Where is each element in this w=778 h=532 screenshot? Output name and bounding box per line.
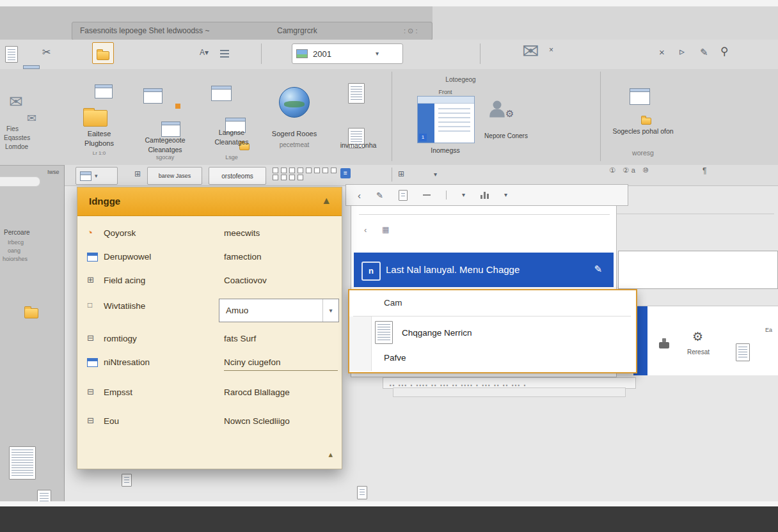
- back-icon[interactable]: ‹: [364, 226, 367, 234]
- grid-icon[interactable]: ⊞: [134, 170, 141, 178]
- panel-header[interactable]: Idngge ▲: [77, 187, 342, 216]
- document-preview-icon[interactable]: [9, 446, 36, 480]
- document-list-icon[interactable]: [736, 343, 750, 361]
- checkbox[interactable]: [289, 168, 295, 173]
- tab-side-label[interactable]: Iwse: [47, 169, 60, 175]
- mail-icon[interactable]: ✉: [27, 113, 36, 124]
- panel-option-label[interactable]: Derupwowel: [104, 252, 151, 262]
- caret-down-icon[interactable]: ▾: [376, 51, 379, 57]
- panel-row[interactable]: ⊟ Empsst Rarocd Blallagge: [77, 386, 341, 402]
- grid-icon[interactable]: ⊞: [398, 170, 404, 178]
- ribbon-group-label: invmaconha: [329, 141, 388, 150]
- panel-option-value[interactable]: meecwits: [224, 228, 260, 238]
- panel-row[interactable]: Derupwowel famection: [77, 250, 341, 267]
- blue-app-icon[interactable]: ≡: [340, 168, 351, 178]
- sort-icon[interactable]: A▾: [200, 49, 209, 56]
- checkbox[interactable]: [331, 168, 337, 173]
- reset-label[interactable]: Reresat: [687, 348, 710, 356]
- text-input-box[interactable]: [618, 251, 778, 289]
- panel-option-label[interactable]: romtiogy: [104, 334, 137, 343]
- layout-preview[interactable]: 1: [417, 96, 475, 143]
- panel-option-value[interactable]: Rarocd Blallagge: [224, 387, 290, 397]
- checkbox[interactable]: [289, 175, 295, 180]
- caret-down-icon[interactable]: ▾: [462, 192, 465, 198]
- panel-option-label[interactable]: Qoyorsk: [104, 228, 136, 238]
- panel-row[interactable]: □ Wivtatiishe Amuo ▾: [77, 297, 341, 324]
- panel-option-value[interactable]: famection: [224, 252, 262, 262]
- grid-view-icon[interactable]: ▦: [382, 226, 389, 233]
- menu-item[interactable]: Chqgange Nerricn: [375, 318, 631, 347]
- panel-option-label[interactable]: Eou: [104, 416, 119, 426]
- panel-row[interactable]: ◔ Qoyorsk meecwits: [77, 226, 341, 243]
- magnifier-icon[interactable]: ⚲: [720, 46, 728, 57]
- search-input[interactable]: [312, 49, 372, 59]
- dropdown-select[interactable]: Amuo ▾: [219, 299, 339, 322]
- panel-option-label[interactable]: Field acing: [104, 276, 145, 285]
- panel-option-value[interactable]: fats Surf: [224, 334, 256, 343]
- folder-icon[interactable]: [24, 308, 38, 318]
- checkbox[interactable]: [314, 168, 320, 173]
- panel-row[interactable]: niNtresation Nciny ciugefon: [77, 356, 341, 375]
- play-icon[interactable]: ▹: [679, 47, 685, 57]
- tab-chip-barew[interactable]: barew Jases: [147, 167, 202, 185]
- mail-icon[interactable]: ✉: [522, 41, 539, 61]
- checkbox[interactable]: [273, 175, 278, 180]
- search-field[interactable]: ▾: [292, 43, 403, 64]
- checkbox[interactable]: [273, 168, 278, 173]
- checkbox[interactable]: [298, 175, 303, 180]
- document-icon[interactable]: [122, 474, 132, 487]
- tab-chip-orstofeoms[interactable]: orstofeoms: [209, 167, 266, 185]
- panel-option-label[interactable]: Empsst: [104, 387, 132, 397]
- document-icon[interactable]: [399, 190, 408, 201]
- menu-item[interactable]: Pafve: [384, 353, 406, 363]
- panel-option-value[interactable]: Coactiovov: [224, 276, 267, 285]
- mail-icon[interactable]: ✉: [9, 93, 23, 110]
- panel-option-value[interactable]: Nciny ciugefon: [224, 357, 338, 371]
- pilcrow-icon[interactable]: ¶: [703, 166, 706, 175]
- checkbox[interactable]: [281, 175, 287, 180]
- pen-icon[interactable]: ✎: [700, 47, 708, 57]
- ribbon-button-sogecles[interactable]: [627, 86, 659, 121]
- dash-icon[interactable]: [423, 194, 431, 196]
- checkbox[interactable]: [322, 168, 328, 173]
- copy-page-icon[interactable]: [5, 46, 18, 63]
- delete-icon[interactable]: ×: [659, 47, 665, 57]
- panel-option-value[interactable]: Nowcn Scledliigo: [224, 416, 290, 426]
- checkbox[interactable]: [298, 168, 303, 173]
- checkbox[interactable]: [281, 168, 287, 173]
- ribbon-button-invmaconha[interactable]: [343, 82, 374, 132]
- panel-row[interactable]: ⊟ romtiogy fats Surf: [77, 332, 341, 348]
- document-icon[interactable]: [357, 486, 367, 499]
- preview-titlebar: [418, 97, 474, 104]
- chart-bars-icon[interactable]: [480, 192, 489, 199]
- ribbon-button-people[interactable]: ⚙: [486, 96, 525, 128]
- checkbox[interactable]: [306, 168, 312, 173]
- ribbon-button-langnse[interactable]: [206, 84, 257, 127]
- panel-row[interactable]: ⊟ Eou Nowcn Scledliigo: [77, 414, 341, 431]
- ribbon-button-plugbons[interactable]: [79, 82, 124, 128]
- tab-chip-window[interactable]: ▾: [75, 167, 118, 185]
- badge-icons-row[interactable]: ① ②a ⑩: [609, 166, 651, 175]
- caret-down-icon[interactable]: ▾: [434, 171, 437, 178]
- edit-pen-icon[interactable]: ✎: [594, 264, 602, 274]
- dropdown-caret-button[interactable]: ▾: [322, 299, 338, 322]
- window-tab-secondary[interactable]: Camgrgrcrk: [277, 26, 317, 35]
- checkbox-grid[interactable]: [271, 167, 338, 185]
- pen-icon[interactable]: ✎: [376, 191, 383, 199]
- open-folder-button[interactable]: [92, 42, 114, 64]
- warning-triangle-icon[interactable]: ▲: [321, 196, 331, 206]
- panel-option-label[interactable]: Wivtatiishe: [104, 301, 145, 311]
- lines-icon[interactable]: [220, 50, 229, 58]
- menu-header[interactable]: Cam: [384, 290, 402, 316]
- window-tab-label[interactable]: Fasesnoits lepoege Shet ledwoodss ~: [80, 26, 209, 35]
- chevron-up-icon[interactable]: ▴: [328, 450, 333, 458]
- cut-icon[interactable]: ✂: [42, 47, 51, 58]
- panel-row[interactable]: ⊞ Field acing Coactiovov: [77, 274, 341, 290]
- back-icon[interactable]: ‹: [358, 191, 361, 200]
- caret-down-icon[interactable]: ▾: [504, 192, 507, 198]
- ribbon-button-sogerd[interactable]: [275, 86, 314, 124]
- stamp-icon[interactable]: [659, 342, 669, 348]
- gear-icon[interactable]: ⚙: [692, 331, 703, 343]
- ribbon-button-cleanatges[interactable]: [139, 84, 191, 129]
- panel-option-label[interactable]: niNtresation: [104, 357, 150, 367]
